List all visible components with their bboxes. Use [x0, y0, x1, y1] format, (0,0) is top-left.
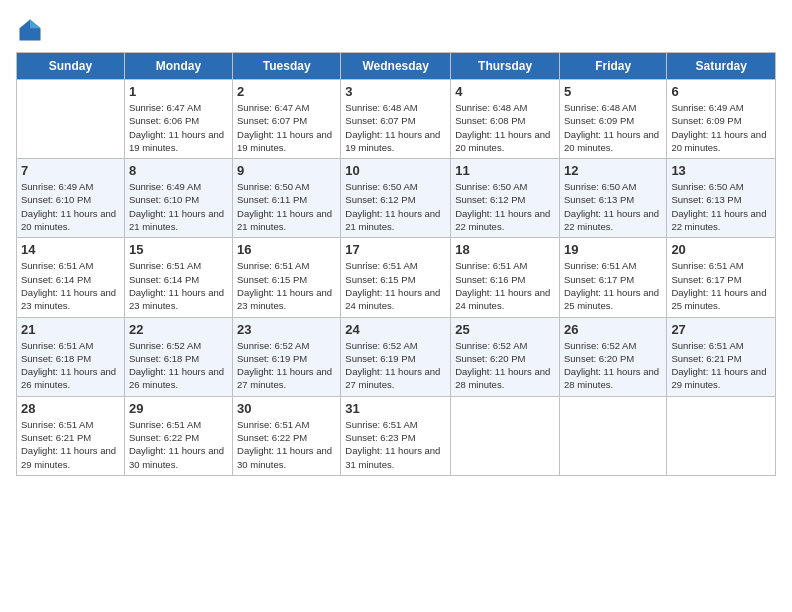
calendar-cell: 29Sunrise: 6:51 AM Sunset: 6:22 PM Dayli…	[124, 396, 232, 475]
page-header	[16, 16, 776, 44]
day-detail: Sunrise: 6:50 AM Sunset: 6:13 PM Dayligh…	[564, 180, 662, 233]
day-detail: Sunrise: 6:51 AM Sunset: 6:15 PM Dayligh…	[237, 259, 336, 312]
day-number: 18	[455, 242, 555, 257]
calendar-week-row: 14Sunrise: 6:51 AM Sunset: 6:14 PM Dayli…	[17, 238, 776, 317]
logo-icon	[16, 16, 44, 44]
svg-marker-1	[30, 20, 41, 29]
header-friday: Friday	[559, 53, 666, 80]
day-number: 15	[129, 242, 228, 257]
day-detail: Sunrise: 6:51 AM Sunset: 6:16 PM Dayligh…	[455, 259, 555, 312]
day-detail: Sunrise: 6:51 AM Sunset: 6:17 PM Dayligh…	[671, 259, 771, 312]
calendar-week-row: 1Sunrise: 6:47 AM Sunset: 6:06 PM Daylig…	[17, 80, 776, 159]
day-detail: Sunrise: 6:50 AM Sunset: 6:11 PM Dayligh…	[237, 180, 336, 233]
day-detail: Sunrise: 6:51 AM Sunset: 6:18 PM Dayligh…	[21, 339, 120, 392]
day-detail: Sunrise: 6:48 AM Sunset: 6:07 PM Dayligh…	[345, 101, 446, 154]
day-number: 8	[129, 163, 228, 178]
calendar-cell: 8Sunrise: 6:49 AM Sunset: 6:10 PM Daylig…	[124, 159, 232, 238]
day-detail: Sunrise: 6:51 AM Sunset: 6:22 PM Dayligh…	[129, 418, 228, 471]
day-detail: Sunrise: 6:51 AM Sunset: 6:14 PM Dayligh…	[21, 259, 120, 312]
day-number: 22	[129, 322, 228, 337]
calendar-cell: 27Sunrise: 6:51 AM Sunset: 6:21 PM Dayli…	[667, 317, 776, 396]
calendar-cell: 15Sunrise: 6:51 AM Sunset: 6:14 PM Dayli…	[124, 238, 232, 317]
day-detail: Sunrise: 6:51 AM Sunset: 6:22 PM Dayligh…	[237, 418, 336, 471]
calendar-cell	[667, 396, 776, 475]
day-number: 27	[671, 322, 771, 337]
calendar-cell: 18Sunrise: 6:51 AM Sunset: 6:16 PM Dayli…	[451, 238, 560, 317]
calendar-week-row: 7Sunrise: 6:49 AM Sunset: 6:10 PM Daylig…	[17, 159, 776, 238]
calendar-cell: 7Sunrise: 6:49 AM Sunset: 6:10 PM Daylig…	[17, 159, 125, 238]
calendar-cell: 31Sunrise: 6:51 AM Sunset: 6:23 PM Dayli…	[341, 396, 451, 475]
day-detail: Sunrise: 6:51 AM Sunset: 6:17 PM Dayligh…	[564, 259, 662, 312]
calendar-week-row: 21Sunrise: 6:51 AM Sunset: 6:18 PM Dayli…	[17, 317, 776, 396]
day-number: 9	[237, 163, 336, 178]
calendar-cell: 9Sunrise: 6:50 AM Sunset: 6:11 PM Daylig…	[233, 159, 341, 238]
calendar-cell: 12Sunrise: 6:50 AM Sunset: 6:13 PM Dayli…	[559, 159, 666, 238]
day-detail: Sunrise: 6:52 AM Sunset: 6:19 PM Dayligh…	[345, 339, 446, 392]
calendar-cell: 16Sunrise: 6:51 AM Sunset: 6:15 PM Dayli…	[233, 238, 341, 317]
day-number: 29	[129, 401, 228, 416]
calendar-cell: 4Sunrise: 6:48 AM Sunset: 6:08 PM Daylig…	[451, 80, 560, 159]
day-number: 14	[21, 242, 120, 257]
day-number: 7	[21, 163, 120, 178]
day-detail: Sunrise: 6:47 AM Sunset: 6:07 PM Dayligh…	[237, 101, 336, 154]
calendar-cell: 6Sunrise: 6:49 AM Sunset: 6:09 PM Daylig…	[667, 80, 776, 159]
calendar-cell: 19Sunrise: 6:51 AM Sunset: 6:17 PM Dayli…	[559, 238, 666, 317]
day-number: 3	[345, 84, 446, 99]
day-detail: Sunrise: 6:51 AM Sunset: 6:21 PM Dayligh…	[21, 418, 120, 471]
calendar-cell: 1Sunrise: 6:47 AM Sunset: 6:06 PM Daylig…	[124, 80, 232, 159]
calendar-cell: 25Sunrise: 6:52 AM Sunset: 6:20 PM Dayli…	[451, 317, 560, 396]
header-sunday: Sunday	[17, 53, 125, 80]
day-number: 23	[237, 322, 336, 337]
calendar-cell: 20Sunrise: 6:51 AM Sunset: 6:17 PM Dayli…	[667, 238, 776, 317]
day-detail: Sunrise: 6:50 AM Sunset: 6:12 PM Dayligh…	[455, 180, 555, 233]
day-detail: Sunrise: 6:51 AM Sunset: 6:21 PM Dayligh…	[671, 339, 771, 392]
calendar-cell: 23Sunrise: 6:52 AM Sunset: 6:19 PM Dayli…	[233, 317, 341, 396]
day-number: 1	[129, 84, 228, 99]
calendar-cell: 30Sunrise: 6:51 AM Sunset: 6:22 PM Dayli…	[233, 396, 341, 475]
calendar-cell: 10Sunrise: 6:50 AM Sunset: 6:12 PM Dayli…	[341, 159, 451, 238]
logo	[16, 16, 48, 44]
day-detail: Sunrise: 6:49 AM Sunset: 6:10 PM Dayligh…	[21, 180, 120, 233]
day-detail: Sunrise: 6:52 AM Sunset: 6:20 PM Dayligh…	[455, 339, 555, 392]
header-thursday: Thursday	[451, 53, 560, 80]
calendar-cell: 17Sunrise: 6:51 AM Sunset: 6:15 PM Dayli…	[341, 238, 451, 317]
calendar-cell	[17, 80, 125, 159]
day-number: 5	[564, 84, 662, 99]
calendar-cell: 22Sunrise: 6:52 AM Sunset: 6:18 PM Dayli…	[124, 317, 232, 396]
calendar-cell: 3Sunrise: 6:48 AM Sunset: 6:07 PM Daylig…	[341, 80, 451, 159]
day-detail: Sunrise: 6:50 AM Sunset: 6:12 PM Dayligh…	[345, 180, 446, 233]
day-number: 11	[455, 163, 555, 178]
calendar-cell: 2Sunrise: 6:47 AM Sunset: 6:07 PM Daylig…	[233, 80, 341, 159]
header-wednesday: Wednesday	[341, 53, 451, 80]
day-detail: Sunrise: 6:49 AM Sunset: 6:10 PM Dayligh…	[129, 180, 228, 233]
day-detail: Sunrise: 6:52 AM Sunset: 6:19 PM Dayligh…	[237, 339, 336, 392]
day-number: 28	[21, 401, 120, 416]
day-number: 6	[671, 84, 771, 99]
calendar-cell: 21Sunrise: 6:51 AM Sunset: 6:18 PM Dayli…	[17, 317, 125, 396]
calendar-cell: 14Sunrise: 6:51 AM Sunset: 6:14 PM Dayli…	[17, 238, 125, 317]
day-detail: Sunrise: 6:48 AM Sunset: 6:09 PM Dayligh…	[564, 101, 662, 154]
calendar-cell: 11Sunrise: 6:50 AM Sunset: 6:12 PM Dayli…	[451, 159, 560, 238]
header-saturday: Saturday	[667, 53, 776, 80]
calendar-cell: 5Sunrise: 6:48 AM Sunset: 6:09 PM Daylig…	[559, 80, 666, 159]
calendar-cell	[451, 396, 560, 475]
day-number: 21	[21, 322, 120, 337]
day-number: 26	[564, 322, 662, 337]
day-number: 10	[345, 163, 446, 178]
day-number: 30	[237, 401, 336, 416]
day-detail: Sunrise: 6:51 AM Sunset: 6:14 PM Dayligh…	[129, 259, 228, 312]
day-number: 2	[237, 84, 336, 99]
day-number: 12	[564, 163, 662, 178]
day-number: 25	[455, 322, 555, 337]
day-number: 17	[345, 242, 446, 257]
calendar-header-row: SundayMondayTuesdayWednesdayThursdayFrid…	[17, 53, 776, 80]
day-detail: Sunrise: 6:49 AM Sunset: 6:09 PM Dayligh…	[671, 101, 771, 154]
calendar-cell: 26Sunrise: 6:52 AM Sunset: 6:20 PM Dayli…	[559, 317, 666, 396]
day-detail: Sunrise: 6:52 AM Sunset: 6:20 PM Dayligh…	[564, 339, 662, 392]
day-detail: Sunrise: 6:48 AM Sunset: 6:08 PM Dayligh…	[455, 101, 555, 154]
day-detail: Sunrise: 6:51 AM Sunset: 6:15 PM Dayligh…	[345, 259, 446, 312]
day-number: 13	[671, 163, 771, 178]
day-number: 4	[455, 84, 555, 99]
calendar-table: SundayMondayTuesdayWednesdayThursdayFrid…	[16, 52, 776, 476]
day-number: 16	[237, 242, 336, 257]
